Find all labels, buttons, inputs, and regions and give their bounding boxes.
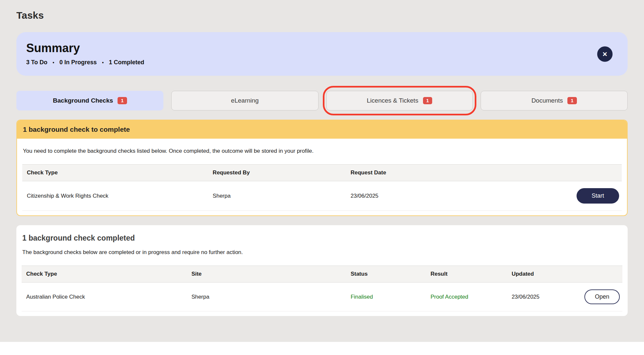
column-action (556, 165, 622, 181)
todo-table-header-row: Check Type Requested By Request Date (22, 165, 622, 181)
summary-title: Summary (26, 41, 613, 55)
tab-label: eLearning (231, 97, 259, 104)
table-row: Citizenship & Work Rights Check Sherpa 2… (22, 181, 622, 211)
tab-documents[interactable]: Documents 1 (481, 91, 628, 110)
column-request-date: Request Date (346, 165, 556, 181)
stat-completed: 1 Completed (109, 59, 144, 66)
completed-table: Check Type Site Status Result Updated Au… (22, 266, 622, 311)
page-title: Tasks (16, 10, 628, 21)
table-row: Australian Police Check Sherpa Finalised… (22, 283, 622, 311)
footer-strip (0, 342, 644, 355)
cell-check-type: Australian Police Check (22, 283, 187, 311)
todo-section-body: You need to complete the background chec… (17, 139, 627, 215)
tab-badge: 1 (423, 97, 432, 105)
todo-table: Check Type Requested By Request Date Cit… (22, 164, 622, 211)
tasks-page: Tasks Summary 3 To Do • 0 In Progress • … (0, 0, 644, 316)
tab-background-checks[interactable]: Background Checks 1 (16, 91, 163, 110)
cell-status: Finalised (346, 283, 426, 311)
summary-close-button[interactable]: ✕ (597, 46, 613, 62)
tab-label: Licences & Tickets (367, 97, 418, 104)
cell-updated: 23/06/2025 (507, 283, 580, 311)
todo-section: 1 background check to complete You need … (16, 120, 628, 216)
completed-section-body: 1 background check completed The backgro… (16, 225, 628, 316)
tab-label: Background Checks (53, 97, 113, 104)
stat-separator: • (53, 60, 54, 65)
column-requested-by: Requested By (208, 165, 346, 181)
stat-in-progress: 0 In Progress (60, 59, 97, 66)
close-icon: ✕ (602, 50, 608, 58)
column-check-type: Check Type (22, 165, 208, 181)
tab-licences-tickets-wrapper: Licences & Tickets 1 (326, 91, 473, 110)
stat-todo: 3 To Do (26, 59, 47, 66)
column-site: Site (187, 266, 346, 283)
column-status: Status (346, 266, 426, 283)
tab-badge: 1 (118, 97, 127, 105)
summary-card: Summary 3 To Do • 0 In Progress • 1 Comp… (16, 32, 628, 76)
open-button[interactable]: Open (584, 289, 620, 304)
tab-label: Documents (531, 97, 563, 104)
cell-result: Proof Accepted (426, 283, 507, 311)
tab-badge: 1 (567, 97, 577, 105)
cell-check-type: Citizenship & Work Rights Check (22, 181, 208, 211)
completed-table-header-row: Check Type Site Status Result Updated (22, 266, 622, 283)
cell-site: Sherpa (187, 283, 346, 311)
cell-request-date: 23/06/2025 (346, 181, 556, 211)
stat-separator: • (102, 60, 104, 65)
column-result: Result (426, 266, 507, 283)
todo-description: You need to complete the background chec… (23, 148, 622, 154)
completed-section-header: 1 background check completed (22, 234, 622, 243)
column-action (580, 266, 622, 283)
completed-description: The background checks below are complete… (22, 249, 622, 256)
completed-section: 1 background check completed The backgro… (16, 225, 628, 316)
column-check-type: Check Type (22, 266, 187, 283)
cell-requested-by: Sherpa (208, 181, 346, 211)
tab-bar: Background Checks 1 eLearning Licences &… (16, 91, 628, 110)
summary-stats: 3 To Do • 0 In Progress • 1 Completed (26, 59, 613, 66)
todo-section-header: 1 background check to complete (17, 120, 627, 139)
tab-elearning[interactable]: eLearning (171, 91, 318, 110)
start-button[interactable]: Start (577, 188, 619, 204)
column-updated: Updated (507, 266, 580, 283)
tab-licences-tickets[interactable]: Licences & Tickets 1 (326, 91, 473, 110)
